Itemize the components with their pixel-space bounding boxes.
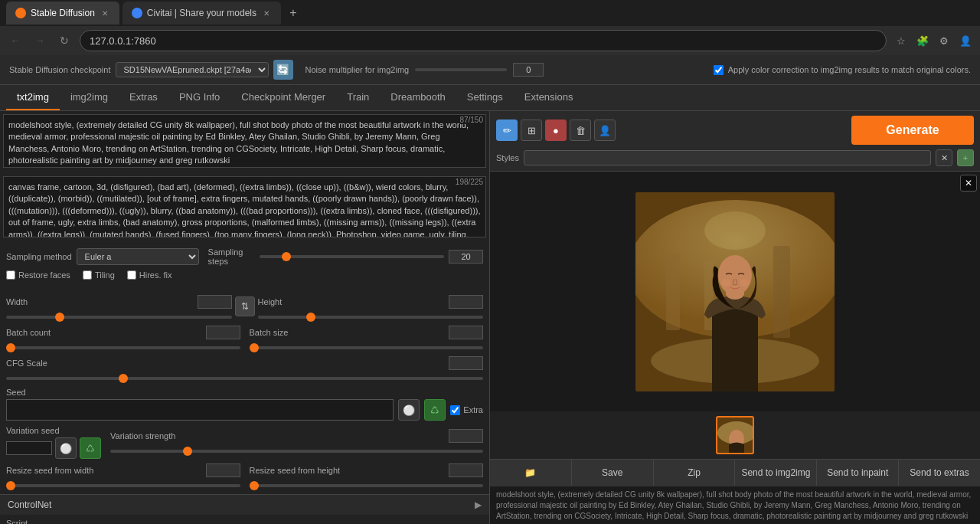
sampling-steps-slider[interactable]: 20 bbox=[260, 250, 483, 264]
restore-faces-checkbox[interactable] bbox=[6, 270, 15, 280]
generated-image bbox=[635, 192, 835, 391]
checkpoint-label: Stable Diffusion checkpoint bbox=[9, 65, 111, 74]
app-header: Stable Diffusion checkpoint SD15NewVAEpr… bbox=[0, 55, 980, 85]
tab-dreambooth[interactable]: Dreambooth bbox=[380, 85, 456, 110]
style-person-button[interactable]: 👤 bbox=[594, 120, 616, 141]
generate-button[interactable]: Generate bbox=[851, 116, 974, 145]
tab2-close[interactable]: ✕ bbox=[261, 8, 272, 18]
cfg-scale-value[interactable]: 8 bbox=[449, 356, 483, 370]
style-color-button[interactable]: ● bbox=[545, 120, 567, 141]
batch-size-value[interactable]: 1 bbox=[449, 326, 483, 339]
thumbnail-0[interactable] bbox=[716, 416, 754, 454]
options-checkboxes: Restore faces Tiling Hires. fix bbox=[6, 270, 483, 280]
resize-seed-h-value[interactable]: 0 bbox=[449, 463, 483, 477]
batch-count-slider[interactable] bbox=[6, 346, 240, 349]
styles-clear-button[interactable]: ✕ bbox=[936, 149, 952, 166]
variation-seed-dice[interactable]: ⚪ bbox=[55, 437, 77, 459]
styles-input[interactable] bbox=[524, 150, 931, 165]
open-folder-button[interactable]: 📁 bbox=[490, 460, 572, 486]
batch-count-value[interactable]: 1 bbox=[206, 326, 240, 339]
zip-button[interactable]: Zip bbox=[654, 460, 736, 486]
restore-faces-label: Restore faces bbox=[18, 270, 70, 280]
noise-input[interactable] bbox=[513, 63, 544, 77]
send-to-inpaint-button[interactable]: Send to inpaint bbox=[817, 460, 899, 486]
negative-prompt-input[interactable] bbox=[3, 176, 486, 237]
sampling-steps-group: Sampling steps 20 bbox=[208, 247, 483, 266]
svg-rect-3 bbox=[773, 246, 790, 338]
settings-icon[interactable]: ⚙ bbox=[936, 32, 952, 49]
seed-input[interactable]: 1476462546 bbox=[6, 399, 394, 421]
back-button[interactable]: ← bbox=[6, 31, 24, 50]
right-panel: ✏ ⊞ ● 🗑 👤 Generate Styles ✕ + ✕ bbox=[490, 111, 980, 524]
tab-checkpoint-merger[interactable]: Checkpoint Merger bbox=[230, 85, 336, 110]
style-trash-button[interactable]: 🗑 bbox=[570, 120, 591, 141]
width-group: Width 512 bbox=[6, 295, 232, 321]
resize-seed-w-value[interactable]: 0 bbox=[206, 463, 240, 477]
tab-extras[interactable]: Extras bbox=[119, 85, 168, 110]
width-slider[interactable] bbox=[6, 316, 232, 319]
extra-checkbox-item: Extra bbox=[450, 405, 483, 415]
variation-seed-input[interactable]: -1 bbox=[6, 441, 52, 455]
tab-civitai[interactable]: Civitai | Share your models ✕ bbox=[122, 2, 281, 25]
tab-stable-diffusion[interactable]: Stable Diffusion ✕ bbox=[6, 2, 119, 25]
extra-checkbox[interactable] bbox=[450, 405, 460, 415]
height-value[interactable]: 512 bbox=[449, 295, 483, 309]
tab-txt2img[interactable]: txt2img bbox=[6, 85, 60, 110]
tab-img2img[interactable]: img2img bbox=[60, 85, 119, 110]
forward-button[interactable]: → bbox=[31, 31, 49, 50]
batch-size-slider[interactable] bbox=[250, 346, 484, 349]
address-input[interactable] bbox=[80, 30, 887, 51]
positive-prompt-input[interactable] bbox=[3, 114, 486, 168]
sampling-steps-value[interactable]: 20 bbox=[449, 250, 483, 264]
styles-add-button[interactable]: + bbox=[957, 149, 974, 166]
refresh-button[interactable]: ↻ bbox=[55, 31, 74, 50]
variation-seed-recycle[interactable]: ♺ bbox=[80, 437, 101, 459]
styles-label: Styles bbox=[496, 153, 519, 162]
send-to-extras-button[interactable]: Send to extras bbox=[899, 460, 980, 486]
sampling-steps-label: Sampling steps bbox=[208, 247, 255, 266]
close-preview-button[interactable]: ✕ bbox=[960, 175, 977, 192]
swap-dimensions-button[interactable]: ⇅ bbox=[235, 296, 255, 316]
batch-size-label: Batch size bbox=[250, 328, 289, 337]
variation-strength-slider[interactable] bbox=[110, 450, 483, 453]
resize-seed-h-slider[interactable] bbox=[250, 484, 484, 487]
tab-train[interactable]: Train bbox=[336, 85, 380, 110]
svg-point-10 bbox=[704, 211, 766, 250]
variation-strength-label: Variation strength bbox=[110, 431, 175, 440]
sampling-method-select[interactable]: Euler a bbox=[77, 248, 199, 265]
height-slider[interactable] bbox=[258, 316, 484, 319]
tab-extensions[interactable]: Extensions bbox=[514, 85, 584, 110]
cfg-scale-label: CFG Scale bbox=[6, 359, 47, 368]
bookmark-icon[interactable]: ☆ bbox=[893, 32, 910, 49]
seed-recycle-button[interactable]: ♺ bbox=[424, 399, 446, 421]
account-icon[interactable]: 👤 bbox=[957, 32, 974, 49]
save-button[interactable]: Save bbox=[572, 460, 654, 486]
checkpoint-load-button[interactable]: 🔄 bbox=[273, 60, 293, 80]
cfg-scale-slider[interactable] bbox=[6, 377, 483, 380]
controlnet-section: ControlNet ▶ bbox=[0, 494, 489, 515]
variation-strength-value[interactable]: 0.2 bbox=[449, 429, 483, 443]
noise-slider[interactable] bbox=[415, 68, 507, 71]
hires-fix-label: Hires. fix bbox=[139, 270, 172, 280]
controlnet-header[interactable]: ControlNet ▶ bbox=[0, 495, 489, 515]
width-value[interactable]: 512 bbox=[198, 295, 232, 309]
tiling-checkbox[interactable] bbox=[83, 270, 92, 280]
variation-seed-label: Variation seed bbox=[6, 426, 60, 435]
tab1-close[interactable]: ✕ bbox=[100, 8, 110, 18]
hires-fix-checkbox[interactable] bbox=[127, 270, 136, 280]
color-correction-section: Apply color correction to img2img result… bbox=[714, 65, 971, 75]
bottom-prompt-text: modelshoot style, (extremely detailed CG… bbox=[496, 490, 971, 520]
color-correction-checkbox[interactable] bbox=[714, 65, 724, 75]
style-pencil-button[interactable]: ✏ bbox=[496, 120, 518, 141]
new-tab-button[interactable]: + bbox=[284, 4, 302, 22]
style-grid-button[interactable]: ⊞ bbox=[521, 120, 542, 141]
send-to-img2img-button[interactable]: Send to img2img bbox=[735, 460, 817, 486]
seed-dice-button[interactable]: ⚪ bbox=[398, 399, 420, 421]
checkpoint-select[interactable]: SD15NewVAEpruned.ckpt [27a4ac756c] bbox=[116, 62, 269, 77]
resize-seed-w-group: Resize seed from width 0 bbox=[6, 463, 240, 490]
tab-png-info[interactable]: PNG Info bbox=[168, 85, 230, 110]
tab-settings[interactable]: Settings bbox=[456, 85, 514, 110]
sampling-steps-range[interactable] bbox=[260, 255, 444, 258]
extension-icon[interactable]: 🧩 bbox=[914, 32, 931, 49]
resize-seed-w-slider[interactable] bbox=[6, 484, 240, 487]
